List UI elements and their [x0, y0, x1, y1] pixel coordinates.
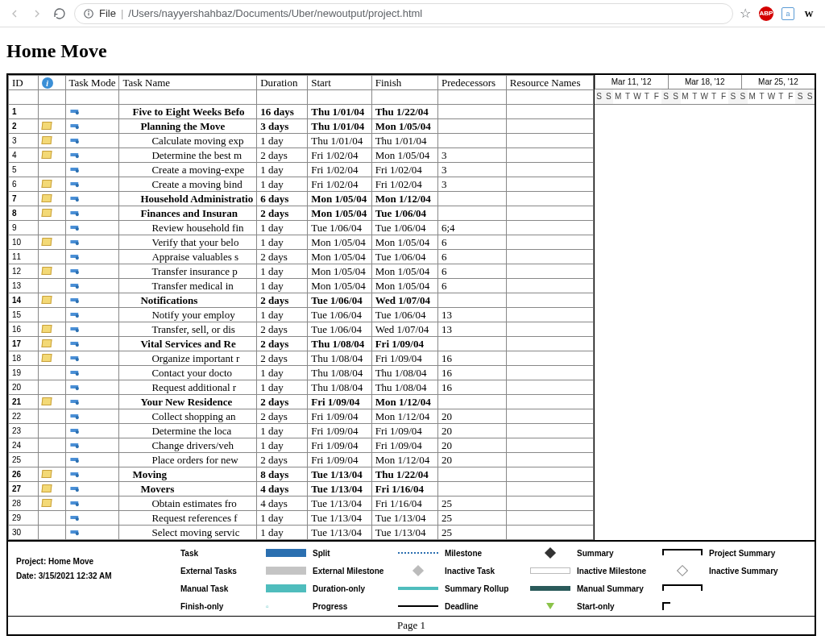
cell-predecessors[interactable]: 6	[438, 235, 507, 250]
cell-duration[interactable]: 2 days	[257, 250, 308, 264]
cell-resource[interactable]	[506, 279, 593, 293]
cell-id[interactable]: 14	[9, 293, 39, 308]
cell-info[interactable]	[38, 250, 65, 264]
cell-id[interactable]: 8	[9, 206, 39, 221]
cell-id[interactable]: 4	[9, 148, 39, 163]
cell-info[interactable]	[38, 337, 65, 351]
cell-duration[interactable]: 4 days	[257, 482, 308, 497]
cell-start[interactable]: Fri 1/02/04	[308, 163, 371, 177]
cell-task-mode[interactable]	[65, 511, 119, 526]
translate-extension-icon[interactable]: a	[781, 7, 794, 20]
cell-resource[interactable]	[506, 105, 593, 119]
cell-duration[interactable]: 2 days	[257, 293, 308, 308]
cell-finish[interactable]: Fri 1/16/04	[371, 497, 437, 511]
cell-predecessors[interactable]: 20	[438, 424, 507, 438]
col-predecessors[interactable]: Predecessors	[438, 76, 507, 90]
cell-resource[interactable]	[506, 526, 593, 540]
cell-task-mode[interactable]	[65, 105, 119, 119]
cell-start[interactable]: Mon 1/05/04	[308, 250, 371, 264]
cell-info[interactable]	[38, 264, 65, 279]
cell-predecessors[interactable]	[438, 337, 507, 351]
cell-predecessors[interactable]	[438, 293, 507, 308]
cell-duration[interactable]: 1 day	[257, 511, 308, 526]
cell-task-name[interactable]: Request additional r	[119, 380, 257, 395]
cell-resource[interactable]	[506, 453, 593, 467]
cell-info[interactable]	[38, 424, 65, 438]
cell-task-mode[interactable]	[65, 482, 119, 497]
cell-task-name[interactable]: Change drivers/veh	[119, 438, 257, 453]
cell-id[interactable]: 1	[9, 105, 39, 119]
cell-task-mode[interactable]	[65, 163, 119, 177]
col-task-mode[interactable]: Task Mode	[65, 76, 119, 90]
table-row[interactable]: 19Contact your docto1 dayThu 1/08/04Thu …	[9, 366, 594, 380]
cell-resource[interactable]	[506, 250, 593, 264]
cell-resource[interactable]	[506, 337, 593, 351]
table-row[interactable]: 15Notify your employ1 dayTue 1/06/04Tue …	[9, 308, 594, 322]
cell-info[interactable]	[38, 119, 65, 134]
cell-info[interactable]	[38, 395, 65, 409]
cell-task-name[interactable]: Calculate moving exp	[119, 134, 257, 148]
cell-start[interactable]: Thu 1/08/04	[308, 380, 371, 395]
cell-finish[interactable]: Fri 1/09/04	[371, 337, 437, 351]
abp-extension-icon[interactable]: ABP	[759, 6, 773, 21]
cell-start[interactable]: Tue 1/13/04	[308, 497, 371, 511]
cell-resource[interactable]	[506, 221, 593, 235]
cell-finish[interactable]: Wed 1/07/04	[371, 293, 437, 308]
cell-finish[interactable]: Fri 1/09/04	[371, 351, 437, 366]
cell-id[interactable]: 15	[9, 308, 39, 322]
table-row[interactable]: 5Create a moving-expe1 dayFri 1/02/04Fri…	[9, 163, 594, 177]
cell-resource[interactable]	[506, 148, 593, 163]
cell-task-name[interactable]: Moving	[119, 467, 257, 482]
cell-finish[interactable]: Mon 1/05/04	[371, 119, 437, 134]
cell-info[interactable]	[38, 308, 65, 322]
cell-duration[interactable]: 1 day	[257, 264, 308, 279]
cell-task-mode[interactable]	[65, 221, 119, 235]
cell-start[interactable]: Tue 1/06/04	[308, 221, 371, 235]
cell-duration[interactable]: 1 day	[257, 235, 308, 250]
cell-duration[interactable]: 1 day	[257, 134, 308, 148]
cell-info[interactable]	[38, 192, 65, 206]
cell-id[interactable]: 10	[9, 235, 39, 250]
table-row[interactable]: 29Request references f1 dayTue 1/13/04Tu…	[9, 511, 594, 526]
col-start[interactable]: Start	[308, 76, 371, 90]
cell-task-name[interactable]: Create a moving-expe	[119, 163, 257, 177]
cell-id[interactable]: 20	[9, 380, 39, 395]
cell-task-mode[interactable]	[65, 148, 119, 163]
cell-task-name[interactable]: Your New Residence	[119, 395, 257, 409]
cell-predecessors[interactable]: 3	[438, 148, 507, 163]
cell-start[interactable]: Thu 1/01/04	[308, 105, 371, 119]
cell-task-name[interactable]: Collect shopping an	[119, 409, 257, 424]
cell-finish[interactable]: Thu 1/08/04	[371, 380, 437, 395]
cell-task-name[interactable]: Determine the best m	[119, 148, 257, 163]
table-row[interactable]: 2Planning the Move3 daysThu 1/01/04Mon 1…	[9, 119, 594, 134]
cell-id[interactable]: 26	[9, 467, 39, 482]
table-row[interactable]: 1Five to Eight Weeks Befo16 daysThu 1/01…	[9, 105, 594, 119]
cell-id[interactable]: 12	[9, 264, 39, 279]
cell-predecessors[interactable]: 13	[438, 322, 507, 337]
cell-start[interactable]: Fri 1/09/04	[308, 409, 371, 424]
cell-resource[interactable]	[506, 467, 593, 482]
cell-start[interactable]: Tue 1/06/04	[308, 308, 371, 322]
cell-task-mode[interactable]	[65, 380, 119, 395]
table-row[interactable]: 20Request additional r1 dayThu 1/08/04Th…	[9, 380, 594, 395]
cell-id[interactable]: 6	[9, 177, 39, 192]
cell-start[interactable]: Thu 1/08/04	[308, 337, 371, 351]
cell-start[interactable]: Mon 1/05/04	[308, 206, 371, 221]
cell-id[interactable]: 23	[9, 424, 39, 438]
cell-id[interactable]: 30	[9, 526, 39, 540]
cell-start[interactable]: Fri 1/02/04	[308, 177, 371, 192]
cell-duration[interactable]: 1 day	[257, 177, 308, 192]
cell-finish[interactable]: Tue 1/06/04	[371, 250, 437, 264]
cell-duration[interactable]: 2 days	[257, 409, 308, 424]
cell-duration[interactable]: 1 day	[257, 279, 308, 293]
cell-predecessors[interactable]: 16	[438, 366, 507, 380]
table-row[interactable]: 22Collect shopping an2 daysFri 1/09/04Mo…	[9, 409, 594, 424]
cell-task-mode[interactable]	[65, 264, 119, 279]
cell-finish[interactable]: Thu 1/01/04	[371, 134, 437, 148]
cell-finish[interactable]: Wed 1/07/04	[371, 322, 437, 337]
cell-start[interactable]: Tue 1/13/04	[308, 467, 371, 482]
cell-task-mode[interactable]	[65, 206, 119, 221]
cell-info[interactable]	[38, 322, 65, 337]
cell-task-name[interactable]: Determine the loca	[119, 424, 257, 438]
cell-duration[interactable]: 2 days	[257, 322, 308, 337]
